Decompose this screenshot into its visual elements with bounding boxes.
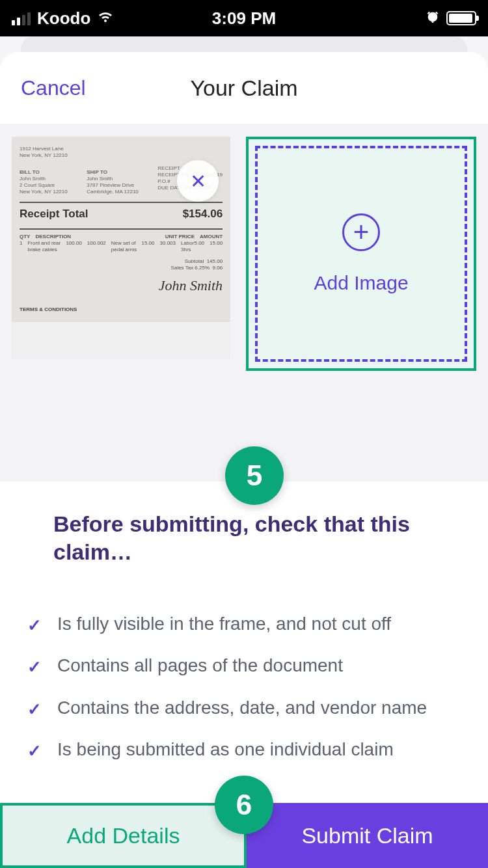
check-icon: ✓ xyxy=(27,698,46,721)
battery-icon xyxy=(446,11,476,25)
close-icon: ✕ xyxy=(190,170,206,193)
status-bar: Koodo 3:09 PM xyxy=(0,0,488,36)
add-image-inner: + Add Image xyxy=(255,146,467,362)
check-icon: ✓ xyxy=(27,655,46,679)
checklist-item: ✓Is fully visible in the frame, and not … xyxy=(27,604,461,646)
submit-claim-button[interactable]: Submit Claim xyxy=(247,803,488,868)
checklist-item: ✓Contains all pages of the document xyxy=(27,646,461,688)
remove-image-button[interactable]: ✕ xyxy=(177,160,219,202)
claim-modal: Cancel Your Claim 1912 Harvest Lane New … xyxy=(0,52,488,868)
receipt-col-unit: UNIT PRICE xyxy=(165,234,195,240)
status-time: 3:09 PM xyxy=(212,8,276,29)
checklist-item-text: Is fully visible in the frame, and not c… xyxy=(57,614,391,634)
receipt-row: 3Labor 3hrs5.0015.00 xyxy=(173,240,223,253)
cancel-button[interactable]: Cancel xyxy=(21,76,86,100)
receipt-total-value: $154.06 xyxy=(183,207,223,221)
receipt-shipto-addr2: Cambridge, MA 12210 xyxy=(87,189,139,195)
signal-icon xyxy=(12,11,31,25)
receipt-shipto-label: SHIP TO xyxy=(87,169,107,176)
receipt-col-amount: AMOUNT xyxy=(195,234,223,240)
carrier-label: Koodo xyxy=(37,8,90,29)
tutorial-step-badge-6: 6 xyxy=(215,776,273,834)
receipt-billto-name: John Smith xyxy=(20,176,68,182)
checklist-item: ✓Contains the address, date, and vendor … xyxy=(27,688,461,730)
receipt-billto-addr1: 2 Court Square xyxy=(20,182,68,189)
receipt-shipto-addr1: 3787 Pineview Drive xyxy=(87,182,139,189)
add-image-tile[interactable]: + Add Image xyxy=(246,137,476,371)
checklist-item-text: Contains the address, date, and vendor n… xyxy=(57,698,427,718)
receipt-shipto-name: John Smith xyxy=(87,176,139,182)
tutorial-step-badge-5: 5 xyxy=(225,446,284,505)
checklist-item-text: Contains all pages of the document xyxy=(57,655,343,676)
image-gallery: 1912 Harvest Lane New York, NY 12210 BIL… xyxy=(0,124,488,481)
checklist-heading: Before submitting, check that this claim… xyxy=(53,510,435,565)
receipt-po-label: P.O.# xyxy=(157,178,170,184)
receipt-row: 2New set of pedal arms15.0030.00 xyxy=(103,240,172,253)
modal-header: Cancel Your Claim xyxy=(0,52,488,124)
receipt-billto-addr2: New York, NY 12210 xyxy=(20,189,68,195)
receipt-terms: TERMS & CONDITIONS xyxy=(20,306,223,313)
receipt-tax-label: Sales Tax 6.25% xyxy=(171,265,210,271)
checklist-item: ✓Is being submitted as one individual cl… xyxy=(27,730,461,772)
receipt-billto-label: BILL TO xyxy=(20,169,40,176)
checklist-item-text: Is being submitted as one individual cla… xyxy=(57,739,394,760)
plus-icon: + xyxy=(342,213,380,251)
checklist: ✓Is fully visible in the frame, and not … xyxy=(27,604,461,772)
receipt-subtotal-label: Subtotal xyxy=(185,258,204,264)
alarm-icon xyxy=(426,8,440,29)
page-title: Your Claim xyxy=(190,75,297,101)
receipt-col-qty: QTY xyxy=(20,234,30,240)
receipt-signature: John Smith xyxy=(20,277,223,295)
check-icon: ✓ xyxy=(27,614,46,637)
receipt-thumbnail[interactable]: 1912 Harvest Lane New York, NY 12210 BIL… xyxy=(12,137,230,359)
add-details-button[interactable]: Add Details xyxy=(0,803,247,868)
receipt-subtotal: 145.00 xyxy=(207,258,223,264)
receipt-addr2: New York, NY 12210 xyxy=(20,152,223,159)
receipt-addr1: 1912 Harvest Lane xyxy=(20,146,223,152)
status-right xyxy=(426,8,476,29)
receipt-col-desc: DESCRIPTION xyxy=(30,234,165,240)
receipt-table: QTY DESCRIPTION UNIT PRICE AMOUNT 1Front… xyxy=(20,234,223,253)
wifi-icon xyxy=(97,9,114,27)
status-left: Koodo xyxy=(12,8,114,29)
receipt-total-label: Receipt Total xyxy=(20,207,88,221)
check-icon: ✓ xyxy=(27,739,46,763)
add-image-label: Add Image xyxy=(314,272,409,294)
receipt-row: 1Front and rear brake cables100.00100.00 xyxy=(20,240,103,253)
receipt-tax: 9.06 xyxy=(213,265,223,271)
